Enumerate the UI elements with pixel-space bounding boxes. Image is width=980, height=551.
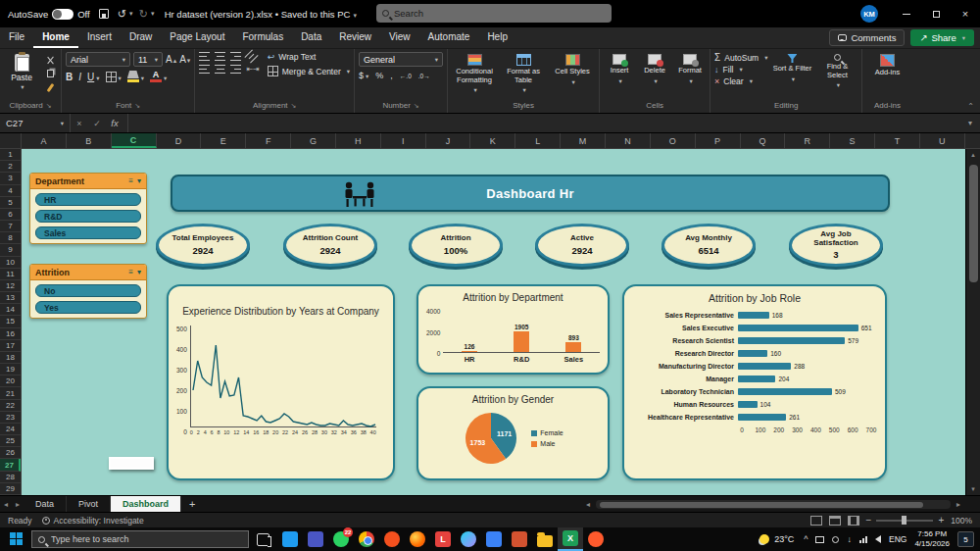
task-view-button[interactable] (257, 533, 270, 546)
addins-button[interactable]: Add-ins (866, 52, 907, 77)
insert-function-button[interactable]: fx (106, 118, 123, 128)
zoom-in-button[interactable]: + (938, 515, 944, 526)
percent-button[interactable]: % (375, 71, 383, 80)
column-header-s[interactable]: S (830, 133, 875, 148)
network-icon[interactable] (859, 536, 867, 543)
hscroll-thumb[interactable] (600, 502, 923, 508)
undo-button[interactable]: ↺▾ (118, 6, 133, 22)
row-header-6[interactable]: 6 (0, 209, 21, 221)
android-studio-icon[interactable] (456, 527, 481, 551)
search-input[interactable] (394, 8, 606, 19)
cut-button[interactable] (43, 54, 57, 66)
collapse-ribbon-button[interactable]: ⌃ (967, 102, 974, 111)
folder-icon[interactable] (532, 527, 558, 551)
middle-align-button[interactable] (215, 52, 225, 61)
column-header-h[interactable]: H (336, 133, 381, 148)
avatar[interactable]: KM (860, 5, 878, 23)
scroll-down-icon[interactable]: ▾ (971, 483, 975, 495)
format-cells-button[interactable]: Format▾ (674, 52, 706, 84)
column-header-e[interactable]: E (201, 133, 246, 148)
redo-button[interactable]: ↻▾ (139, 6, 155, 22)
dev-app-icon[interactable] (481, 527, 507, 551)
number-dialog-launcher[interactable]: ↘ (414, 102, 419, 110)
row-header-3[interactable]: 3 (0, 173, 21, 184)
row-header-14[interactable]: 14 (0, 304, 21, 316)
decrease-decimal-button[interactable]: .0→ (418, 73, 430, 79)
column-header-o[interactable]: O (651, 133, 696, 148)
browser-app-icon[interactable] (583, 527, 609, 551)
notification-center-button[interactable]: 5 (957, 531, 974, 547)
column-header-i[interactable]: I (381, 133, 426, 148)
horizontal-scrollbar[interactable]: ◂ ▸ (582, 499, 964, 510)
sheet-tab-pivot[interactable]: Pivot (67, 496, 111, 512)
whatsapp-icon[interactable]: 22 (328, 527, 354, 551)
ribbon-tab-view[interactable]: View (380, 27, 419, 48)
column-header-u[interactable]: U (920, 133, 965, 148)
document-title[interactable]: Hr dataset (version 2).xlsx • Saved to t… (165, 9, 357, 20)
column-header-d[interactable]: D (157, 133, 202, 148)
row-header-27[interactable]: 27 (0, 459, 21, 471)
row-header-5[interactable]: 5 (0, 197, 21, 209)
comments-button[interactable]: Comments (829, 29, 905, 46)
row-header-13[interactable]: 13 (0, 292, 21, 304)
ribbon-tab-page-layout[interactable]: Page Layout (161, 27, 233, 48)
delete-cells-button[interactable]: Delete▾ (639, 52, 670, 84)
hscroll-left-icon[interactable]: ◂ (582, 500, 594, 509)
multiselect-icon[interactable]: ≡ (128, 176, 133, 185)
tray-people-icon[interactable] (832, 536, 839, 543)
ribbon-tab-formulas[interactable]: Formulas (233, 27, 292, 48)
row-header-24[interactable]: 24 (0, 424, 21, 435)
ribbon-tab-draw[interactable]: Draw (121, 27, 161, 48)
expand-formula-bar-icon[interactable]: ▾ (960, 119, 980, 127)
fill-button[interactable]: ↓Fill▾ (714, 65, 767, 75)
column-header-c[interactable]: C (112, 133, 157, 148)
sheet-tab-dashboard[interactable]: Dashboard (111, 496, 181, 512)
brave-icon[interactable] (379, 527, 405, 551)
name-box[interactable]: C27▾ (0, 114, 71, 132)
slicer-item-hr[interactable]: HR (35, 193, 141, 206)
align-left-button[interactable] (199, 65, 210, 74)
bottom-align-button[interactable] (230, 52, 241, 61)
hidden-icons-chevron-icon[interactable]: ^ (804, 534, 808, 544)
ribbon-tab-help[interactable]: Help (478, 27, 516, 48)
ribbon-tab-insert[interactable]: Insert (78, 27, 121, 48)
increase-font-button[interactable]: A▴ (166, 54, 176, 65)
increase-decimal-button[interactable]: ←.0 (400, 73, 412, 79)
row-header-1[interactable]: 1 (0, 149, 21, 161)
autosave-toggle[interactable]: AutoSave Off (8, 9, 90, 20)
accessibility-status[interactable]: Accessibility: Investigate (42, 516, 144, 526)
cell-styles-button[interactable]: Cell Styles▾ (550, 52, 595, 85)
sort-filter-button[interactable]: Sort & Filter▾ (771, 52, 812, 82)
find-select-button[interactable]: Find & Select▾ (816, 52, 858, 89)
column-header-l[interactable]: L (515, 133, 561, 148)
ribbon-tab-review[interactable]: Review (330, 27, 380, 48)
selected-cell[interactable] (109, 457, 154, 470)
new-sheet-button[interactable]: + (181, 498, 203, 510)
page-layout-view-button[interactable] (829, 516, 841, 526)
row-header-10[interactable]: 10 (0, 257, 21, 269)
row-header-25[interactable]: 25 (0, 435, 21, 447)
align-right-button[interactable] (230, 65, 241, 74)
row-header-11[interactable]: 11 (0, 269, 21, 280)
chrome-icon[interactable] (354, 527, 379, 551)
row-header-17[interactable]: 17 (0, 340, 21, 352)
column-header-p[interactable]: P (696, 133, 741, 148)
slicer-item-sales[interactable]: Sales (35, 226, 141, 239)
teams-app-icon[interactable] (303, 527, 328, 551)
insert-cells-button[interactable]: Insert▾ (604, 52, 635, 84)
row-header-19[interactable]: 19 (0, 364, 21, 376)
paste-button[interactable]: Paste ▾ (4, 52, 39, 91)
font-name-select[interactable]: Arial▾ (66, 52, 130, 67)
confirm-entry-icon[interactable]: ✓ (88, 119, 106, 128)
sheet-tab-data[interactable]: Data (24, 496, 67, 512)
row-header-2[interactable]: 2 (0, 161, 21, 173)
ribbon-tab-home[interactable]: Home (33, 27, 78, 48)
underline-button[interactable]: U▾ (87, 72, 100, 82)
row-header-22[interactable]: 22 (0, 400, 21, 412)
select-all-corner[interactable] (0, 133, 22, 148)
vscroll-thumb[interactable] (969, 165, 978, 282)
currency-button[interactable]: $▾ (359, 71, 368, 80)
ribbon-tab-automate[interactable]: Automate (419, 27, 479, 48)
clock[interactable]: 7:56 PM 4/15/2026 (914, 529, 950, 549)
merge-center-button[interactable]: Merge & Center▾ (268, 66, 350, 76)
